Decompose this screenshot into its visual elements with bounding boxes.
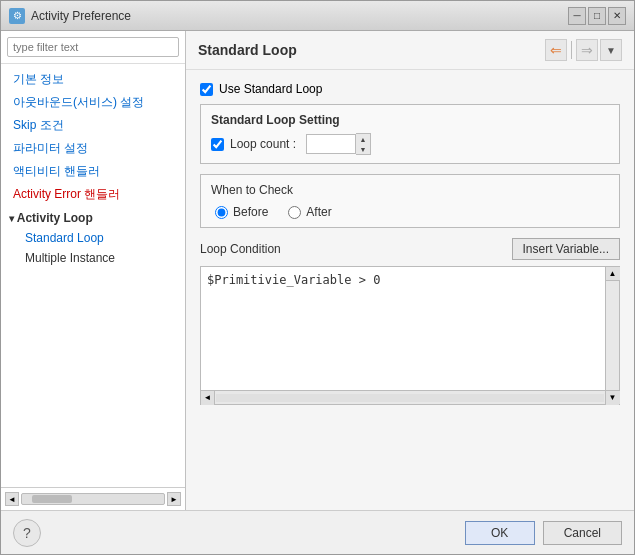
title-bar: ⚙ Activity Preference ─ □ ✕ [1,1,634,31]
scrollbar-thumb [32,495,72,503]
filter-wrap [1,31,185,64]
scroll-down-arrow[interactable]: ▼ [606,390,620,404]
h-scroll-track[interactable] [216,394,604,402]
main-content: 기본 정보 아웃바운드(서비스) 설정 Skip 조건 파라미터 설정 액티비티… [1,31,634,510]
nav-item-basic-info[interactable]: 기본 정보 [1,68,185,91]
radio-before-label: Before [233,205,268,219]
nav-item-handler[interactable]: 액티비티 핸들러 [1,160,185,183]
loop-condition-label: Loop Condition [200,242,281,256]
radio-after-input[interactable] [288,206,301,219]
standard-loop-setting-box: Standard Loop Setting Loop count : 1 ▲ ▼ [200,104,620,164]
right-header: Standard Loop ⇐ ⇒ ▼ [186,31,634,70]
right-body: Use Standard Loop Standard Loop Setting … [186,70,634,510]
loop-count-input[interactable]: 1 [306,134,356,154]
spin-up-button[interactable]: ▲ [356,134,370,144]
nav-list: 기본 정보 아웃바운드(서비스) 설정 Skip 조건 파라미터 설정 액티비티… [1,64,185,487]
when-to-check-label: When to Check [211,183,609,197]
scroll-left-arrow-h[interactable]: ◄ [201,391,215,405]
loop-condition-header: Loop Condition Insert Variable... [200,238,620,260]
spinner-wrap: 1 ▲ ▼ [306,133,371,155]
standard-loop-setting-label: Standard Loop Setting [211,113,609,127]
insert-variable-button[interactable]: Insert Variable... [512,238,620,260]
condition-textarea[interactable]: $Primitivie_Variable > 0 [201,267,605,387]
radio-after-label: After [306,205,331,219]
close-button[interactable]: ✕ [608,7,626,25]
right-panel: Standard Loop ⇐ ⇒ ▼ Use Standard Loop St… [186,31,634,510]
app-icon: ⚙ [9,8,25,24]
minimize-button[interactable]: ─ [568,7,586,25]
spin-down-button[interactable]: ▼ [356,144,370,154]
back-button[interactable]: ⇐ [545,39,567,61]
dialog-title: Activity Preference [31,9,131,23]
spinner-buttons: ▲ ▼ [356,133,371,155]
title-bar-left: ⚙ Activity Preference [9,8,131,24]
condition-textarea-wrap: $Primitivie_Variable > 0 ▲ ▼ ◄ ► [200,266,620,405]
radio-before-input[interactable] [215,206,228,219]
use-standard-loop-row: Use Standard Loop [200,82,620,96]
cancel-button[interactable]: Cancel [543,521,622,545]
nav-section-loop[interactable]: Activity Loop [1,208,185,228]
toolbar-sep [571,41,572,59]
panel-title: Standard Loop [198,42,297,58]
use-standard-loop-checkbox[interactable] [200,83,213,96]
scroll-right-arrow[interactable]: ► [167,492,181,506]
footer: ? OK Cancel [1,510,634,554]
loop-condition-section: Loop Condition Insert Variable... $Primi… [200,238,620,405]
footer-buttons: OK Cancel [465,521,622,545]
use-standard-loop-label: Use Standard Loop [219,82,322,96]
radio-row: Before After [211,205,609,219]
forward-button[interactable]: ⇒ [576,39,598,61]
left-panel-scrollbar: ◄ ► [1,487,185,510]
horizontal-scrollbar[interactable] [21,493,165,505]
radio-after[interactable]: After [288,205,331,219]
radio-before[interactable]: Before [215,205,268,219]
loop-count-row: Loop count : 1 ▲ ▼ [211,133,609,155]
nav-item-multiple-instance[interactable]: Multiple Instance [1,248,185,268]
activity-preference-dialog: ⚙ Activity Preference ─ □ ✕ 기본 정보 아웃바운드(… [0,0,635,555]
toolbar-icons: ⇐ ⇒ ▼ [545,39,622,61]
loop-count-label: Loop count : [230,137,296,151]
nav-item-skip[interactable]: Skip 조건 [1,114,185,137]
scroll-up-arrow[interactable]: ▲ [606,267,620,281]
ok-button[interactable]: OK [465,521,535,545]
nav-item-standard-loop[interactable]: Standard Loop [1,228,185,248]
loop-count-checkbox[interactable] [211,138,224,151]
left-panel: 기본 정보 아웃바운드(서비스) 설정 Skip 조건 파라미터 설정 액티비티… [1,31,186,510]
textarea-scrollbar-h: ◄ ► [201,390,619,404]
title-controls: ─ □ ✕ [568,7,626,25]
filter-input[interactable] [7,37,179,57]
when-to-check-section: When to Check Before After [200,174,620,228]
nav-item-error[interactable]: Activity Error 핸들러 [1,183,185,206]
nav-item-param[interactable]: 파라미터 설정 [1,137,185,160]
nav-item-outbound[interactable]: 아웃바운드(서비스) 설정 [1,91,185,114]
help-button[interactable]: ? [13,519,41,547]
dropdown-button[interactable]: ▼ [600,39,622,61]
scroll-left-arrow[interactable]: ◄ [5,492,19,506]
textarea-scrollbar-v: ▲ ▼ [605,267,619,404]
maximize-button[interactable]: □ [588,7,606,25]
